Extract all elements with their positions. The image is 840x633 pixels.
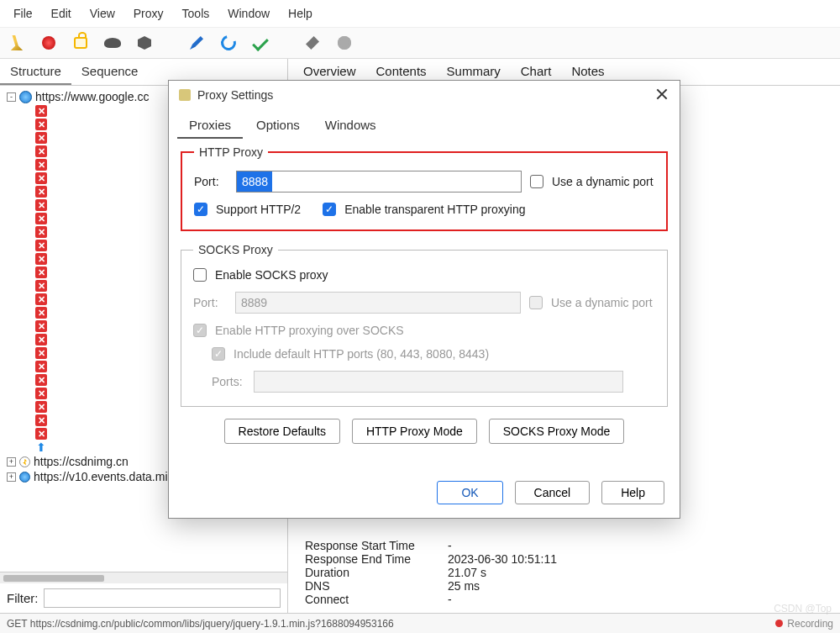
menu-edit[interactable]: Edit: [43, 3, 80, 24]
edit-icon[interactable]: [186, 33, 207, 53]
tab-structure[interactable]: Structure: [0, 59, 71, 85]
error-icon: ✕: [35, 307, 47, 319]
error-icon: ✕: [35, 334, 47, 346]
proxy-settings-dialog: Proxy Settings Proxies Options Windows H…: [168, 80, 680, 519]
error-icon: ✕: [35, 226, 47, 238]
http-over-socks-checkbox: ✓: [193, 324, 207, 337]
http-port-label: Port:: [194, 175, 228, 188]
detail-key: Duration: [305, 566, 448, 579]
socks-dynamic-checkbox: [529, 296, 543, 309]
error-icon: ✕: [35, 293, 47, 305]
tab-sequence[interactable]: Sequence: [71, 59, 149, 85]
http-over-socks-label: Enable HTTP proxying over SOCKS: [215, 324, 404, 337]
horizontal-scrollbar[interactable]: [0, 572, 287, 583]
watermark: CSDN @Top: [774, 603, 832, 615]
filter-input[interactable]: [44, 588, 281, 608]
tab-proxies[interactable]: Proxies: [177, 113, 243, 139]
include-default-ports-label: Include default HTTP ports (80, 443, 808…: [234, 347, 489, 361]
record-dot-icon: [775, 620, 783, 627]
menu-help[interactable]: Help: [280, 3, 321, 24]
error-icon: ✕: [35, 119, 47, 130]
error-icon: ✕: [35, 199, 47, 211]
tree-label: https://www.google.cc: [35, 90, 149, 103]
error-icon: ✕: [35, 320, 47, 332]
error-icon: ✕: [35, 213, 47, 224]
recording-label: Recording: [787, 618, 833, 630]
tree-label: https://csdnimg.cn: [34, 455, 129, 468]
menu-window[interactable]: Window: [219, 3, 278, 24]
error-icon: ✕: [35, 361, 47, 372]
support-http2-checkbox[interactable]: ✓: [194, 203, 207, 216]
socks-ports-input: [254, 371, 623, 393]
statusbar: GET https://csdnimg.cn/public/common/lib…: [0, 613, 840, 633]
support-http2-label: Support HTTP/2: [216, 203, 301, 216]
expander-icon[interactable]: -: [7, 92, 16, 102]
ssl-lock-icon[interactable]: [71, 33, 91, 53]
error-icon: ✕: [35, 280, 47, 292]
transparent-proxy-label: Enable transparent HTTP proxying: [344, 203, 525, 216]
world-icon: [19, 472, 30, 483]
tools-icon[interactable]: [302, 33, 323, 53]
socks-port-label: Port:: [193, 296, 227, 309]
record-icon[interactable]: [39, 33, 59, 53]
error-icon: ✕: [35, 105, 47, 117]
http-port-input[interactable]: [236, 171, 522, 193]
detail-key: Response Start Time: [305, 539, 448, 552]
close-icon[interactable]: [654, 87, 669, 103]
error-icon: ✕: [35, 240, 47, 251]
restore-defaults-button[interactable]: Restore Defaults: [224, 419, 340, 444]
tab-options[interactable]: Options: [244, 113, 312, 139]
detail-key: DNS: [305, 579, 448, 593]
settings-icon[interactable]: [334, 33, 354, 53]
tab-windows[interactable]: Windows: [313, 113, 388, 139]
error-icon: ✕: [35, 172, 47, 184]
detail-value: -: [448, 593, 452, 606]
detail-row: Response Start Time -: [305, 539, 823, 552]
menu-view[interactable]: View: [81, 3, 123, 24]
error-icon: ✕: [35, 347, 47, 359]
detail-row: Response End Time 2023-06-30 10:51:11: [305, 552, 823, 566]
socks-proxy-legend: SOCKS Proxy: [193, 243, 278, 256]
http-dynamic-label: Use a dynamic port: [552, 175, 654, 188]
refresh-icon[interactable]: [218, 33, 239, 53]
filter-label: Filter:: [7, 591, 39, 605]
help-button[interactable]: Help: [601, 481, 664, 504]
transparent-proxy-checkbox[interactable]: ✓: [323, 203, 336, 216]
enable-socks-checkbox[interactable]: [193, 268, 207, 282]
error-icon: ✕: [35, 401, 47, 413]
detail-row: DNS 25 ms: [305, 579, 823, 593]
http-proxy-mode-button[interactable]: HTTP Proxy Mode: [352, 419, 477, 444]
expander-icon[interactable]: +: [7, 472, 16, 482]
enable-socks-label: Enable SOCKS proxy: [215, 268, 328, 282]
cancel-button[interactable]: Cancel: [515, 481, 591, 504]
include-default-ports-checkbox: ✓: [212, 347, 225, 361]
menu-proxy[interactable]: Proxy: [125, 3, 172, 24]
socks-proxy-mode-button[interactable]: SOCKS Proxy Mode: [489, 419, 625, 444]
detail-value: 2023-06-30 10:51:11: [448, 552, 557, 566]
expander-icon[interactable]: +: [7, 457, 16, 467]
ok-button[interactable]: OK: [437, 481, 502, 504]
socks-proxy-group: SOCKS Proxy Enable SOCKS proxy Port: Use…: [181, 243, 668, 407]
error-icon: ✕: [35, 414, 47, 426]
error-icon: ✕: [35, 428, 47, 440]
validate-icon[interactable]: [250, 33, 270, 53]
detail-row: Connect -: [305, 593, 823, 606]
menu-file[interactable]: File: [5, 3, 41, 24]
menubar: File Edit View Proxy Tools Window Help: [0, 0, 840, 28]
upload-icon: ⬆: [35, 441, 47, 453]
error-icon: ✕: [35, 186, 47, 198]
http-dynamic-checkbox[interactable]: [530, 175, 543, 188]
error-icon: ✕: [35, 132, 47, 144]
breakpoint-icon[interactable]: [134, 33, 155, 53]
detail-row: Duration 21.07 s: [305, 566, 823, 579]
detail-value: 25 ms: [448, 579, 480, 593]
detail-key: Response End Time: [305, 552, 448, 566]
error-icon: ✕: [35, 253, 47, 265]
menu-tools[interactable]: Tools: [174, 3, 218, 24]
error-icon: ✕: [35, 374, 47, 386]
throttle-icon[interactable]: [102, 33, 123, 53]
broom-icon[interactable]: [7, 33, 27, 53]
recording-indicator: Recording: [775, 618, 833, 630]
status-text: GET https://csdnimg.cn/public/common/lib…: [7, 618, 394, 630]
error-icon: ✕: [35, 388, 47, 399]
